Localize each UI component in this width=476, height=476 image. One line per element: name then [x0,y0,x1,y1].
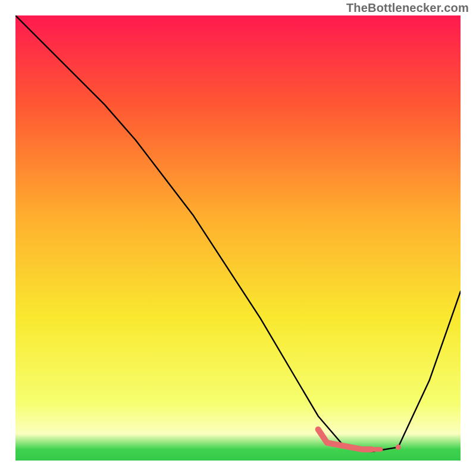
chart-svg [15,15,461,461]
plot-area [15,15,461,461]
chart-container: TheBottlenecker.com [0,0,476,476]
bottleneck-marker-dot [396,444,401,450]
watermark-label: TheBottlenecker.com [346,1,469,15]
